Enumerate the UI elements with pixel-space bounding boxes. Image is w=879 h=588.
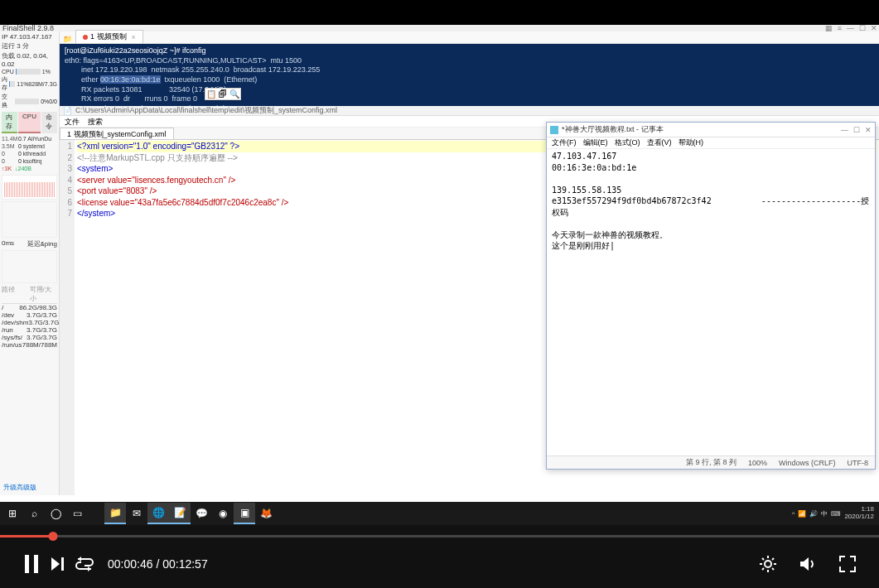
editor-path-bar: 📄 C:\Users\Admin\AppData\Local\finalshel… bbox=[60, 106, 879, 116]
list-item: 00 ksoftirq bbox=[2, 157, 57, 165]
mem-row: 内存 11% 828M/7.3G bbox=[2, 75, 57, 92]
net-sparkline bbox=[2, 175, 57, 200]
volume-icon[interactable]: 🔊 bbox=[809, 510, 818, 518]
video-player-controls: 00:00:46 / 00:12:57 bbox=[0, 525, 879, 588]
tab-cmd[interactable]: 命令 bbox=[41, 112, 57, 133]
load-avg: 负载 0.02, 0.04, 0.02 bbox=[2, 51, 57, 68]
table-row: /run/us788M/788M bbox=[2, 341, 57, 349]
table-row: /run3.7G/3.7G bbox=[2, 326, 57, 334]
menu-view[interactable]: 查看(V) bbox=[647, 137, 672, 148]
table-row: /dev/shm3.7G/3.7G bbox=[2, 319, 57, 326]
editor-tab[interactable]: 1 视频预制_systemConfig.xml bbox=[60, 128, 174, 139]
tab-ram[interactable]: 内存 bbox=[2, 112, 17, 133]
menu-format[interactable]: 格式(O) bbox=[615, 137, 640, 148]
ping-label: 0ms延迟&ping bbox=[2, 239, 57, 248]
host-ip: IP 47.103.47.167 bbox=[2, 33, 57, 41]
next-button[interactable] bbox=[45, 551, 71, 577]
disk-table: 路径可用/大小 /86.2G/98.3G /dev3.7G/3.7G /dev/… bbox=[2, 285, 57, 349]
svg-point-3 bbox=[765, 561, 771, 567]
notepad-pp-icon[interactable]: 📝 bbox=[169, 503, 191, 524]
system-tray[interactable]: ^ 📶 🔊 中 ⌨ 1:18 2020/1/12 bbox=[792, 506, 877, 521]
desktop-screenshot: FinalShell 2.9.8 ▦ ≡ — ☐ ✕ IP 47.103.47.… bbox=[0, 25, 879, 525]
menu-edit[interactable]: 编辑(E) bbox=[583, 137, 608, 148]
menu-help[interactable]: 帮助(H) bbox=[679, 137, 704, 148]
progress-thumb[interactable] bbox=[48, 532, 57, 541]
process-list: 11.4M0.7 AliYunDu 3.5M0 systemd 00 kthre… bbox=[2, 135, 57, 165]
notepad-title-text: *神兽大厅视频教程.txt - 记事本 bbox=[562, 124, 664, 135]
loop-button[interactable] bbox=[71, 551, 98, 577]
progress-played bbox=[0, 535, 53, 537]
edge-icon[interactable]: 🌐 bbox=[147, 503, 169, 524]
table-row: /sys/fs/3.7G/3.7G bbox=[2, 334, 57, 341]
list-item: 3.5M0 systemd bbox=[2, 142, 57, 150]
fullscreen-button[interactable] bbox=[834, 551, 861, 577]
upgrade-link[interactable]: 升级高级版 bbox=[3, 483, 36, 492]
copy-icon[interactable]: 🗐 bbox=[219, 89, 227, 99]
notepad-menu: 文件(F) 编辑(E) 格式(O) 查看(V) 帮助(H) bbox=[547, 137, 875, 149]
chrome-icon[interactable]: ◉ bbox=[212, 503, 234, 524]
explorer-icon[interactable]: 📁 bbox=[104, 503, 126, 524]
playback-time: 00:00:46 / 00:12:57 bbox=[108, 557, 208, 571]
status-dot-icon bbox=[83, 35, 88, 40]
taskbar-clock[interactable]: 1:18 2020/1/12 bbox=[844, 506, 874, 521]
uptime: 运行 3 分 bbox=[2, 41, 57, 51]
ping-chart bbox=[2, 201, 57, 238]
tab-cpu[interactable]: CPU bbox=[18, 112, 41, 133]
keyboard-icon[interactable]: ⌨ bbox=[831, 510, 841, 518]
minimize-icon[interactable]: — bbox=[841, 126, 848, 134]
terminal-tabs: 📁 1 视频预制 × bbox=[60, 31, 879, 44]
cpu-row: CPU 1% bbox=[2, 69, 57, 75]
chevron-up-icon[interactable]: ^ bbox=[792, 510, 795, 518]
list-item: 11.4M0.7 AliYunDu bbox=[2, 135, 57, 142]
menu-file[interactable]: 文件 bbox=[65, 117, 80, 126]
file-icon: 📄 bbox=[63, 107, 72, 115]
terminal-output[interactable]: [root@iZuf6iuki22a2seosi0ojqZ ~]# ifconf… bbox=[60, 44, 879, 106]
cortana-icon[interactable]: ▭ bbox=[66, 503, 88, 524]
table-row: /dev3.7G/3.7G bbox=[2, 311, 57, 319]
notepad-textarea[interactable]: 47.103.47.167 00:16:3e:0a:bd:1e 139.155.… bbox=[547, 149, 875, 455]
close-tab-icon[interactable]: × bbox=[132, 33, 136, 41]
search-icon[interactable]: ⌕ bbox=[23, 503, 45, 524]
ime-icon[interactable]: 中 bbox=[821, 509, 828, 518]
line-gutter: 1234567 bbox=[60, 140, 75, 495]
floating-toolbar[interactable]: 📋 🗐 🔍 bbox=[205, 88, 241, 100]
windows-taskbar: ⊞ ⌕ ◯ ▭ 📁 ✉ 🌐 📝 💬 ◉ ▣ 🦊 ^ 📶 🔊 中 ⌨ 1:18 2… bbox=[0, 502, 879, 525]
net-row: ↑3K ↓240B bbox=[2, 166, 57, 171]
volume-button[interactable] bbox=[794, 551, 821, 577]
settings-button[interactable] bbox=[755, 551, 781, 577]
notepad-statusbar: 第 9 行, 第 8 列 100% Windows (CRLF) UTF-8 bbox=[547, 455, 875, 469]
notepad-titlebar[interactable]: *神兽大厅视频教程.txt - 记事本 — ☐ ✕ bbox=[547, 123, 875, 137]
menu-search[interactable]: 搜索 bbox=[88, 117, 103, 126]
terminal-tab[interactable]: 1 视频预制 × bbox=[75, 30, 143, 43]
paste-icon[interactable]: 📋 bbox=[206, 89, 216, 99]
notepad-window[interactable]: *神兽大厅视频教程.txt - 记事本 — ☐ ✕ 文件(F) 编辑(E) 格式… bbox=[546, 122, 876, 470]
list-item: 00 kthreadd bbox=[2, 150, 57, 157]
wechat-icon[interactable]: 💬 bbox=[191, 503, 212, 524]
network-icon[interactable]: 📶 bbox=[798, 510, 806, 518]
svg-rect-1 bbox=[34, 555, 38, 573]
start-button[interactable]: ⊞ bbox=[2, 503, 23, 524]
svg-line-10 bbox=[762, 568, 764, 570]
svg-line-9 bbox=[772, 568, 774, 570]
svg-line-11 bbox=[772, 558, 774, 560]
swap-row: 交换 0% 0/0 bbox=[2, 93, 57, 109]
progress-bar[interactable] bbox=[0, 525, 879, 540]
notepad-icon bbox=[550, 126, 558, 134]
svg-line-8 bbox=[762, 558, 764, 560]
ping-chart-2 bbox=[2, 250, 57, 283]
svg-rect-2 bbox=[61, 557, 64, 571]
search-icon[interactable]: 🔍 bbox=[229, 89, 239, 99]
firefox-icon[interactable]: 🦊 bbox=[255, 503, 277, 524]
svg-rect-0 bbox=[25, 555, 29, 573]
table-row: /86.2G/98.3G bbox=[2, 304, 57, 311]
stats-sidebar: IP 47.103.47.167 运行 3 分 负载 0.02, 0.04, 0… bbox=[0, 31, 60, 495]
menu-file[interactable]: 文件(F) bbox=[552, 137, 577, 148]
finalshell-icon[interactable]: ▣ bbox=[234, 503, 255, 524]
mail-icon[interactable]: ✉ bbox=[126, 503, 147, 524]
close-icon[interactable]: ✕ bbox=[865, 126, 872, 134]
resource-tabs: 内存 CPU 命令 bbox=[2, 112, 57, 133]
task-view-icon[interactable]: ◯ bbox=[45, 503, 66, 524]
pause-button[interactable] bbox=[18, 551, 45, 577]
maximize-icon[interactable]: ☐ bbox=[853, 126, 860, 134]
folder-icon[interactable]: 📁 bbox=[60, 35, 75, 43]
